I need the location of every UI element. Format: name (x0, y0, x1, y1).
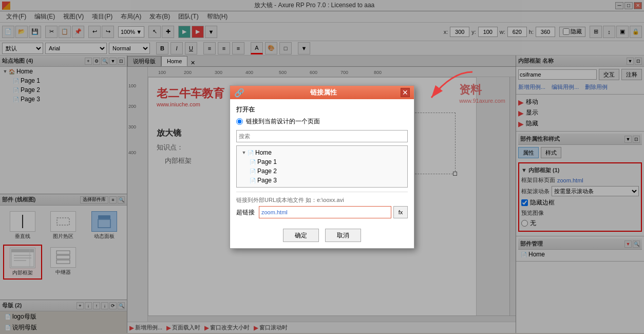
modal-tree-box: ▼ 📄 Home 📄 Page 1 📄 Page 2 📄 Page 3 (236, 145, 408, 188)
modal-body: 打开在 链接到当前设计的一个页面 ▼ 📄 Home 📄 Page 1 📄 (230, 99, 414, 225)
modal-footer: 确定 取消 (230, 225, 414, 248)
modal-search-input[interactable] (236, 130, 408, 142)
modal-home-label: Home (255, 149, 272, 156)
modal-home-icon: 📄 (247, 149, 254, 156)
modal-home-expand: ▼ (241, 150, 247, 156)
modal-title-logo: 🔗 (234, 88, 244, 98)
modal-page2-icon: 📄 (249, 168, 256, 175)
modal-page3[interactable]: 📄 Page 3 (239, 176, 405, 185)
modal-ok-button[interactable]: 确定 (283, 229, 319, 242)
modal-overlay: 🔗 链接属性 ✕ 打开在 链接到当前设计的一个页面 ▼ 📄 Home 📄 Pag… (0, 0, 644, 334)
modal-title: 链接属性 (247, 88, 401, 97)
modal-page3-icon: 📄 (249, 177, 256, 184)
modal-titlebar: 🔗 链接属性 ✕ (230, 86, 414, 99)
modal-page1-icon: 📄 (249, 158, 256, 165)
modal-radio-current: 链接到当前设计的一个页面 (236, 117, 408, 126)
modal-ext-label: 链接到外部URL或本地文件 如：e:\ooxx.avi (236, 196, 408, 204)
radio-current-label: 链接到当前设计的一个页面 (246, 117, 320, 126)
modal-hyperlink-input[interactable] (259, 206, 391, 218)
modal-home[interactable]: ▼ 📄 Home (239, 148, 405, 157)
modal-page1-label: Page 1 (257, 158, 277, 165)
modal-hyperlink-label: 超链接 (236, 208, 255, 217)
modal-cancel-button[interactable]: 取消 (325, 229, 361, 242)
modal-open-in-label: 打开在 (236, 105, 408, 114)
modal-page2-label: Page 2 (257, 168, 277, 175)
modal-page3-label: Page 3 (257, 177, 277, 184)
modal-page1[interactable]: 📄 Page 1 (239, 157, 405, 166)
modal-close-button[interactable]: ✕ (401, 88, 410, 97)
modal-hyperlink-row: 超链接 fx (236, 206, 408, 218)
modal-fx-button[interactable]: fx (393, 206, 408, 218)
radio-current-page[interactable] (236, 118, 243, 125)
link-properties-modal: 🔗 链接属性 ✕ 打开在 链接到当前设计的一个页面 ▼ 📄 Home 📄 Pag… (230, 85, 414, 249)
modal-page2[interactable]: 📄 Page 2 (239, 166, 405, 176)
modal-separator (236, 192, 408, 192)
